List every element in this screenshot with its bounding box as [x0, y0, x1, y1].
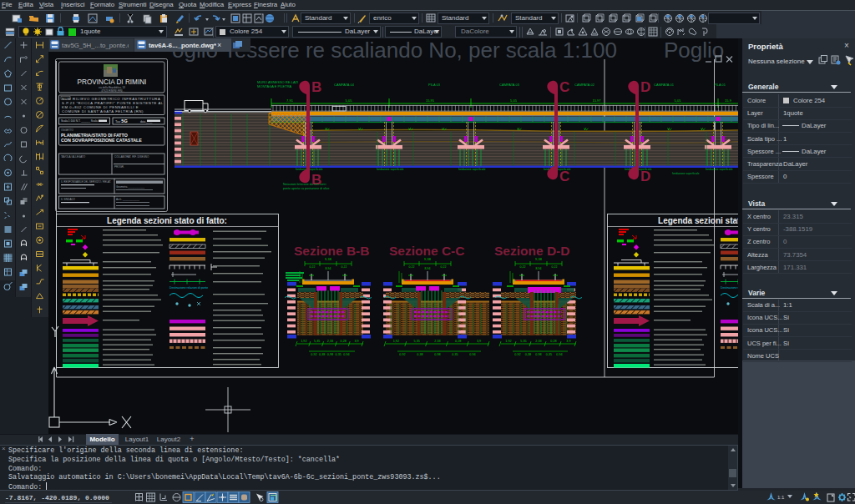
svg-text:Destinazione relazioni di pont: Destinazione relazioni di ponte: [721, 286, 738, 290]
svg-text:fondazione superficiale: fondazione superficiale: [706, 168, 733, 171]
svg-text:8,94: 8,94: [536, 267, 542, 270]
svg-text:9,38: 9,38: [535, 257, 543, 261]
svg-text:C: C: [559, 169, 569, 184]
svg-text:Sezione B-B: Sezione B-B: [294, 244, 369, 258]
svg-text:0,28: 0,28: [550, 340, 556, 343]
svg-text:- 47923 RIMINI (RN) -: - 47923 RIMINI (RN) -: [99, 89, 124, 93]
svg-text:2,33: 2,33: [327, 340, 333, 343]
svg-text:PILA 03: PILA 03: [428, 83, 441, 87]
svg-text:B: B: [311, 79, 321, 95]
svg-text:0,22: 0,22: [552, 265, 558, 269]
svg-text:Sezione C-C: Sezione C-C: [389, 244, 464, 258]
svg-text:8,94: 8,94: [425, 267, 431, 270]
svg-text:CAMPATA 04: CAMPATA 04: [334, 83, 355, 87]
svg-text:Sezione D-D: Sezione D-D: [494, 244, 569, 258]
svg-text:0,28: 0,28: [455, 340, 461, 343]
svg-text:3,9: 3,9: [354, 340, 358, 343]
svg-text:15.9: 15.9: [725, 98, 732, 103]
svg-text:Scala 1:100 N.T. ______ Scal: Scala 1:100 N.T. ______ Scala: [61, 119, 98, 123]
svg-text:0,22: 0,22: [520, 265, 526, 269]
svg-text:1,92: 1,92: [301, 340, 306, 343]
svg-text:0,98: 0,98: [535, 353, 541, 356]
svg-text:8,94: 8,94: [326, 267, 331, 270]
svg-text:ponte aperto ca postazione di: ponte aperto ca postazione di olive: [283, 187, 330, 190]
svg-text:D: D: [640, 169, 650, 184]
svg-text:2,33: 2,33: [535, 340, 541, 343]
svg-text:CAMPATA 01: CAMPATA 01: [654, 83, 675, 87]
svg-text:0,28: 0,28: [341, 340, 347, 343]
svg-text:0,38: 0,38: [525, 353, 531, 356]
svg-text:7.91: 7.91: [286, 98, 294, 103]
svg-text:PILA 01: PILA 01: [714, 83, 726, 87]
svg-text:9,38: 9,38: [424, 257, 432, 261]
svg-text:5,05: 5,05: [675, 98, 682, 103]
svg-text:1:1: 1:1: [777, 495, 785, 500]
svg-text:0,35: 0,35: [336, 353, 341, 356]
svg-text:1,92: 1,92: [505, 340, 511, 343]
svg-text:0,22: 0,22: [310, 265, 316, 269]
svg-text:MONTAGA E PILETRA: MONTAGA E PILETRA: [257, 84, 292, 88]
svg-text:COLLABORAT. RIF. DISEGNO: COLLABORAT. RIF. DISEGNO: [114, 155, 149, 159]
svg-text:PROVINCIA DI RIMINI: PROVINCIA DI RIMINI: [78, 78, 147, 86]
svg-text:PROGR.: PROGR.: [114, 165, 124, 169]
svg-text:0,38: 0,38: [319, 353, 325, 356]
svg-text:fondazione superficiale: fondazione superficiale: [672, 172, 700, 175]
svg-text:2,33: 2,33: [434, 340, 440, 343]
svg-text:0,22: 0,22: [341, 265, 347, 269]
svg-text:0,92: 0,92: [399, 353, 405, 356]
svg-text:5,35: 5,35: [520, 340, 526, 343]
svg-text:0,92: 0,92: [514, 353, 520, 356]
svg-text:0,38: 0,38: [417, 353, 422, 356]
svg-text:15.97: 15.97: [592, 98, 601, 103]
svg-text:9,38: 9,38: [325, 257, 332, 261]
svg-text:0,92: 0,92: [311, 353, 316, 356]
svg-text:PLANIMETRIA/STATO DI FATTO: PLANIMETRIA/STATO DI FATTO: [61, 133, 128, 138]
svg-text:Geometra ____________: Geometra ____________: [116, 185, 145, 189]
svg-text:fondazione superficiale: fondazione superficiale: [377, 168, 404, 171]
svg-text:Notaizioni letterarie da non-v: Notaizioni letterarie da non-vietri: [283, 183, 326, 186]
svg-text:1,92: 1,92: [393, 340, 399, 343]
svg-text:3,9: 3,9: [566, 340, 570, 343]
svg-text:IL RESPONSABILE DEL SERVIZIO /: IL RESPONSABILE DEL SERVIZIO / RELAT.: [61, 180, 111, 184]
svg-text:0,22: 0,22: [409, 265, 415, 269]
svg-text:OGGETTO: OGGETTO: [61, 129, 74, 132]
svg-text:CAMPATA 03: CAMPATA 03: [499, 83, 520, 87]
svg-text:IL SINDACO: IL SINDACO: [61, 198, 76, 201]
svg-text:5,35: 5,35: [414, 340, 420, 343]
svg-text:0,98: 0,98: [327, 353, 333, 356]
svg-text:Legenda sezioni stato di fatto: Legenda sezioni stato di fatto:: [658, 216, 738, 225]
svg-text:TAVOLA / ALLEGATO: TAVOLA / ALLEGATO: [61, 155, 86, 159]
svg-text:fondazione superficiale: fondazione superficiale: [458, 168, 486, 171]
svg-text:0,94: 0,94: [556, 353, 562, 356]
svg-text:Tav 5G: Tav 5G: [115, 118, 128, 123]
svg-text:Arch. ____________: Arch. ____________: [116, 198, 139, 201]
svg-text:3,9: 3,9: [477, 340, 481, 343]
svg-text:5,05: 5,05: [510, 98, 518, 103]
svg-text:0,35: 0,35: [546, 353, 552, 356]
svg-text:5,35: 5,35: [314, 340, 320, 343]
svg-text:0,94: 0,94: [343, 353, 349, 356]
svg-text:CON SOVRAPPOSIZIONE CATASTALE: CON SOVRAPPOSIZIONE CATASTALE: [61, 138, 142, 143]
svg-text:CAMPATA 02: CAMPATA 02: [574, 83, 595, 87]
svg-text:D: D: [640, 79, 650, 95]
svg-text:0,94: 0,94: [469, 353, 475, 356]
svg-text:Destinazione relazioni di pont: Destinazione relazioni di ponte: [169, 286, 208, 290]
svg-text:Legenda sezioni stato di fatto: Legenda sezioni stato di fatto:: [107, 216, 227, 225]
svg-text:0,98: 0,98: [434, 353, 440, 356]
svg-text:0,22: 0,22: [441, 265, 447, 269]
svg-text:5,05: 5,05: [346, 98, 353, 103]
svg-text:15.95: 15.95: [426, 98, 435, 103]
svg-text:0,35: 0,35: [452, 353, 458, 356]
svg-text:C: C: [559, 79, 569, 95]
svg-text:COMUNE DI SANT'AGATA FELTRIA (: COMUNE DI SANT'AGATA FELTRIA (RN): [62, 109, 144, 113]
